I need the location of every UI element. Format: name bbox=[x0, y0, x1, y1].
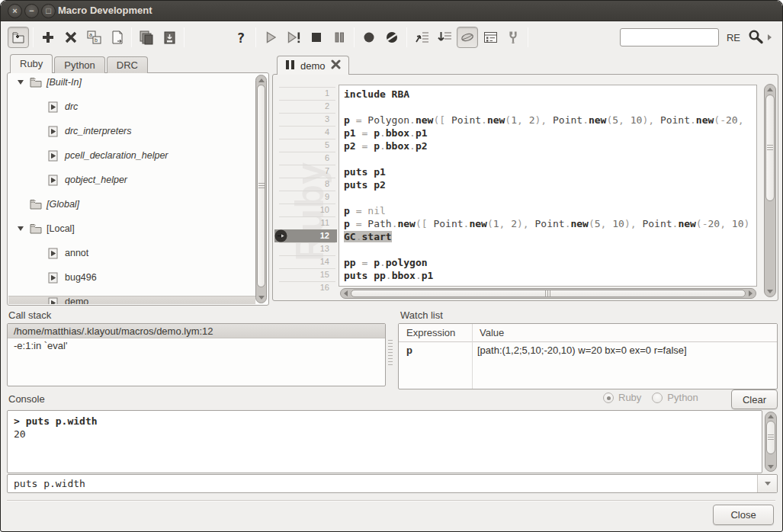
watch-list-header[interactable]: Expression Value bbox=[399, 324, 777, 342]
code-line-8[interactable]: puts p2 bbox=[344, 178, 756, 191]
code-line-6[interactable] bbox=[344, 152, 756, 165]
step-into-button[interactable] bbox=[411, 27, 432, 48]
rename-macro-button[interactable]: ab bbox=[83, 27, 104, 48]
edit-mode-button[interactable] bbox=[457, 27, 478, 48]
gutter-line-6[interactable]: 6 bbox=[274, 152, 337, 165]
tree-item-drc_interpreters[interactable]: drc_interpreters bbox=[8, 125, 255, 137]
tab-python[interactable]: Python bbox=[54, 56, 104, 73]
macro-development-window: × − □ Macro Development ab ? RE RubyPyth… bbox=[0, 0, 783, 532]
tree-item-Local[interactable]: [Local] bbox=[8, 223, 255, 235]
watch-column-value[interactable]: Value bbox=[472, 324, 504, 341]
code-line-5[interactable]: p2 = p.bbox.p2 bbox=[344, 139, 756, 152]
new-folder-icon bbox=[10, 29, 27, 46]
tree-item-Global[interactable]: [Global] bbox=[8, 198, 255, 210]
editor-tab-demo[interactable]: demo bbox=[277, 56, 349, 75]
code-line-14[interactable]: pp = p.polygon bbox=[344, 256, 756, 269]
watch-list-table[interactable]: Expression Value p[path:(1,2;5,10;-20,10… bbox=[398, 323, 778, 389]
clear-breakpoints-button[interactable] bbox=[381, 27, 403, 48]
gutter-line-15[interactable]: 15 bbox=[274, 268, 337, 281]
window-minimize-button[interactable]: − bbox=[24, 4, 39, 18]
gutter-line-14[interactable]: 14 bbox=[274, 255, 337, 268]
clear-button[interactable]: Clear bbox=[731, 389, 778, 409]
toolbar-overflow-arrow[interactable] bbox=[768, 34, 772, 40]
gutter-line-1[interactable]: 1 bbox=[274, 87, 337, 100]
run-button[interactable] bbox=[260, 27, 281, 48]
code-line-3[interactable]: p = Polygon.new([ Point.new(1, 2), Point… bbox=[344, 114, 756, 127]
help-button[interactable]: ? bbox=[230, 27, 252, 48]
panel-splitter[interactable] bbox=[388, 340, 393, 366]
console-input[interactable] bbox=[8, 475, 757, 492]
tree-item-annot[interactable]: annot bbox=[8, 247, 255, 259]
setup-button[interactable] bbox=[502, 27, 524, 48]
console-scrollbar[interactable] bbox=[765, 412, 777, 472]
code-line-15[interactable]: puts pp.bbox.p1 bbox=[344, 269, 756, 282]
watch-row-p[interactable]: p[path:(1,2;5,10;-20,10) w=20 bx=0 ex=0 … bbox=[399, 342, 777, 359]
code-line-12[interactable]: GC.start bbox=[344, 230, 756, 243]
run-from-current-button[interactable] bbox=[283, 27, 304, 48]
code-line-11[interactable]: p = Path.new([ Point.new(1, 2), Point.ne… bbox=[344, 217, 756, 230]
delete-macro-button[interactable] bbox=[60, 27, 82, 48]
pause-button[interactable] bbox=[329, 27, 350, 48]
tree-vertical-scrollbar[interactable] bbox=[255, 75, 267, 303]
save-all-macros-button[interactable] bbox=[136, 27, 157, 48]
regexp-toggle[interactable]: RE bbox=[727, 32, 740, 43]
editor-vertical-scrollbar[interactable] bbox=[764, 84, 776, 297]
radio-ruby[interactable] bbox=[603, 393, 614, 403]
tree-item-bug496[interactable]: bug496 bbox=[8, 271, 255, 284]
gutter-line-9[interactable]: 9 bbox=[274, 191, 337, 204]
code-editor[interactable]: include RBA p = Polygon.new([ Point.new(… bbox=[339, 85, 757, 287]
expander-icon[interactable] bbox=[18, 80, 24, 85]
code-line-4[interactable]: p1 = p.bbox.p1 bbox=[344, 127, 756, 139]
window-maximize-button[interactable]: □ bbox=[41, 4, 56, 18]
gutter-line-8[interactable]: 8 bbox=[274, 178, 337, 191]
tab-ruby[interactable]: Ruby bbox=[10, 54, 53, 73]
tree-item-drc[interactable]: drc bbox=[8, 101, 255, 113]
new-macro-document-button[interactable] bbox=[106, 27, 127, 48]
gutter-line-11[interactable]: 11 bbox=[274, 216, 337, 229]
console-history-dropdown[interactable] bbox=[757, 475, 777, 492]
gutter-line-4[interactable]: 4 bbox=[274, 126, 337, 139]
call-stack-frame-0[interactable]: /home/matthias/.klayout/macros/demo.lym:… bbox=[8, 324, 385, 338]
close-button[interactable]: Close bbox=[713, 505, 774, 525]
gutter-line-7[interactable]: 7 bbox=[274, 165, 337, 178]
add-macro-button[interactable] bbox=[37, 27, 59, 48]
tree-item-qobject_helper[interactable]: qobject_helper bbox=[8, 174, 255, 186]
gutter-line-13[interactable]: 13 bbox=[274, 242, 337, 255]
tree-item-label: qobject_helper bbox=[65, 174, 127, 186]
watch-expression: p bbox=[399, 342, 472, 359]
search-input[interactable] bbox=[620, 28, 719, 46]
watch-column-expression[interactable]: Expression bbox=[399, 324, 472, 341]
gutter-line-2[interactable]: 2 bbox=[274, 100, 337, 113]
code-line-9[interactable] bbox=[344, 191, 756, 204]
tree-item-Built-In[interactable]: [Built-In] bbox=[8, 76, 255, 88]
gutter-line-5[interactable]: 5 bbox=[274, 139, 337, 152]
code-line-7[interactable]: puts p1 bbox=[344, 165, 756, 178]
gutter-line-12[interactable]: 12 bbox=[274, 229, 337, 242]
tab-drc[interactable]: DRC bbox=[107, 56, 148, 73]
gutter-line-3[interactable]: 3 bbox=[274, 113, 337, 126]
step-over-button[interactable] bbox=[434, 27, 455, 48]
window-close-button[interactable]: × bbox=[8, 4, 22, 18]
breakpoint-button[interactable] bbox=[358, 27, 380, 48]
tree-item-pcell_declaration_helper[interactable]: pcell_declaration_helper bbox=[8, 149, 255, 162]
code-line-2[interactable] bbox=[344, 101, 756, 114]
stop-button[interactable] bbox=[306, 27, 327, 48]
code-line-13[interactable] bbox=[344, 243, 756, 256]
tree-item-demo[interactable]: demo bbox=[8, 296, 255, 304]
code-line-1[interactable]: include RBA bbox=[344, 88, 756, 101]
call-stack-list[interactable]: /home/matthias/.klayout/macros/demo.lym:… bbox=[7, 323, 386, 386]
properties-button[interactable] bbox=[480, 27, 501, 48]
save-macro-button[interactable] bbox=[159, 27, 180, 48]
expander-icon[interactable] bbox=[18, 226, 24, 231]
titlebar[interactable]: × − □ Macro Development bbox=[1, 1, 782, 21]
close-tab-icon[interactable] bbox=[331, 59, 341, 72]
call-stack-frame-1[interactable]: -e:1:in `eval' bbox=[8, 338, 385, 353]
code-line-10[interactable]: p = nil bbox=[344, 204, 756, 217]
gutter-line-16[interactable]: 16 bbox=[274, 281, 337, 294]
search-icon[interactable] bbox=[746, 27, 765, 48]
new-folder-button[interactable] bbox=[8, 27, 29, 48]
console-output[interactable]: > puts p.width20 bbox=[7, 410, 762, 473]
gutter-line-10[interactable]: 10 bbox=[274, 204, 337, 216]
radio-python[interactable] bbox=[652, 393, 663, 403]
editor-horizontal-scrollbar[interactable] bbox=[340, 288, 756, 299]
